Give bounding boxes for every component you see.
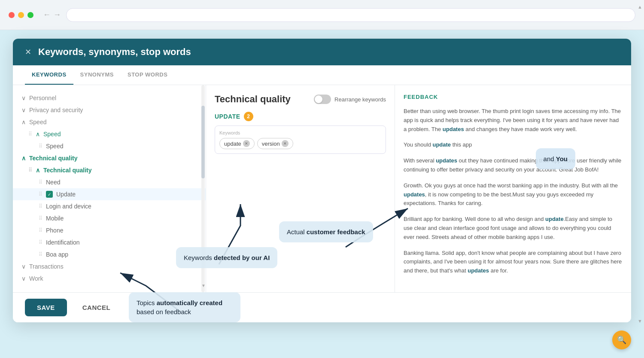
highlight-update-2: update bbox=[432, 141, 451, 148]
toggle-group: Rearrange keywords bbox=[314, 95, 386, 104]
caret-down-icon: ∨ bbox=[21, 275, 26, 282]
technical-cat-label: Technical quality bbox=[29, 155, 78, 162]
drag-handle-icon: ⠿ bbox=[39, 215, 43, 221]
feedback-entry-6: Banking llama. Solid app, don't know wha… bbox=[404, 249, 623, 275]
cancel-button[interactable]: CANCEL bbox=[74, 299, 119, 316]
drag-handle-icon: ⠿ bbox=[39, 203, 43, 209]
keyword-count-badge: 2 bbox=[244, 112, 253, 121]
tree-item-mobile[interactable]: ⠿ Mobile bbox=[13, 212, 206, 224]
tree-item-need[interactable]: ⠿ Need bbox=[13, 176, 206, 188]
keyword-group-name: UPDATE bbox=[215, 113, 240, 120]
highlight-updates-3: updates bbox=[436, 157, 457, 164]
feedback-entry-3: With several updates out they have conti… bbox=[404, 156, 623, 174]
rearrange-toggle[interactable] bbox=[314, 95, 331, 104]
tree-item-identification[interactable]: ⠿ Identification bbox=[13, 236, 206, 248]
right-panel: Technical quality Rearrange keywords UPD… bbox=[206, 85, 631, 292]
tree-item-transactions[interactable]: ∨ Transactions bbox=[13, 260, 206, 272]
drag-handle-icon: ⠿ bbox=[28, 167, 32, 173]
close-icon[interactable]: ✕ bbox=[25, 47, 31, 57]
feedback-title: FEEDBACK bbox=[404, 94, 623, 100]
keywords-box: Keywords update ✕ version ✕ bbox=[215, 125, 386, 154]
search-fab[interactable]: 🔍 bbox=[612, 330, 631, 349]
boaapp-label: Boa app bbox=[46, 251, 68, 258]
tab-synonyms[interactable]: SYNONYMS bbox=[73, 65, 121, 85]
drag-handle-icon: ⠿ bbox=[39, 143, 43, 149]
tag-text-version: version bbox=[262, 141, 280, 147]
speed-leaf-label: Speed bbox=[46, 143, 63, 150]
dialog-header: ✕ Keywords, synonyms, stop words bbox=[13, 39, 631, 65]
speed-cat-label: Speed bbox=[29, 119, 46, 125]
caret-down-icon: ∨ bbox=[21, 95, 26, 101]
dialog: ✕ Keywords, synonyms, stop words KEYWORD… bbox=[13, 39, 631, 322]
highlight-updates-4: updates bbox=[404, 191, 425, 198]
nav-arrows: ← → bbox=[43, 10, 61, 19]
tree-item-boaapp[interactable]: ⠿ Boa app bbox=[13, 248, 206, 260]
personnel-label: Personnel bbox=[29, 95, 56, 101]
back-arrow[interactable]: ← bbox=[43, 10, 51, 19]
tree-item-update[interactable]: ⠿ Update bbox=[13, 188, 206, 200]
drag-handle-icon: ⠿ bbox=[39, 227, 43, 233]
tag-text-update: update bbox=[224, 141, 241, 147]
keyword-tags: update ✕ version ✕ bbox=[219, 138, 381, 149]
feedback-entry-4: Growth. Ok you guys at once had the wors… bbox=[404, 181, 623, 208]
tab-keywords[interactable]: KEYWORDS bbox=[25, 65, 73, 85]
toggle-label: Rearrange keywords bbox=[334, 96, 386, 103]
update-label: Update bbox=[56, 191, 76, 198]
tag-remove-update[interactable]: ✕ bbox=[243, 140, 250, 147]
keyword-tag-update: update ✕ bbox=[219, 138, 255, 149]
tree-item-speed-leaf[interactable]: ⠿ Speed bbox=[13, 140, 206, 152]
tree-item-technical-cat[interactable]: ∧ Technical quality bbox=[13, 152, 206, 164]
maximize-button[interactable] bbox=[27, 12, 33, 18]
scrollbar-thumb[interactable] bbox=[201, 106, 205, 178]
keyword-group-update: UPDATE 2 Keywords update ✕ bbox=[215, 112, 386, 154]
tree-item-work[interactable]: ∨ Work bbox=[13, 272, 206, 285]
keywords-box-label: Keywords bbox=[219, 130, 381, 135]
caret-up-icon: ∧ bbox=[36, 131, 40, 138]
traffic-lights bbox=[9, 12, 33, 18]
caret-down-icon: ∨ bbox=[21, 107, 26, 113]
tab-stop-words[interactable]: STOP WORDS bbox=[121, 65, 174, 85]
privacy-label: Privacy and security bbox=[29, 107, 83, 113]
drag-handle-icon: ⠿ bbox=[39, 179, 43, 185]
tree-item-technical-sub[interactable]: ⠿ ∧ Technical quality bbox=[13, 164, 206, 176]
tree-item-personnel[interactable]: ∨ Personnel bbox=[13, 92, 206, 104]
feedback-panel: FEEDBACK Better than using web browser. … bbox=[395, 85, 631, 292]
minimize-button[interactable] bbox=[18, 12, 24, 18]
forward-arrow[interactable]: → bbox=[53, 10, 61, 19]
scroll-down-arrow[interactable]: ▼ bbox=[201, 283, 205, 288]
caret-up-icon: ∧ bbox=[36, 167, 40, 174]
identification-label: Identification bbox=[46, 239, 80, 246]
dialog-body: ∨ Personnel ∨ Privacy and security ∧ Spe… bbox=[13, 85, 631, 292]
left-panel: ∨ Personnel ∨ Privacy and security ∧ Spe… bbox=[13, 85, 206, 292]
tree-item-login[interactable]: ⠿ Login and device bbox=[13, 200, 206, 212]
highlight-updates-1: updates bbox=[443, 126, 464, 132]
highlight-updates-6: updates bbox=[468, 267, 489, 274]
address-bar[interactable] bbox=[66, 8, 635, 22]
scrollbar-track: ▼ bbox=[201, 85, 205, 292]
phone-label: Phone bbox=[46, 227, 63, 234]
keyword-tag-version: version ✕ bbox=[257, 138, 293, 149]
browser-chrome: ← → bbox=[0, 0, 644, 30]
tree-item-speed-cat[interactable]: ∧ Speed bbox=[13, 116, 206, 128]
tree-item-speed-sub[interactable]: ⠿ ∧ Speed bbox=[13, 128, 206, 140]
technical-sub-label: Technical quality bbox=[43, 167, 92, 174]
save-button[interactable]: SAVE bbox=[25, 299, 67, 316]
drag-handle-icon: ⠿ bbox=[28, 131, 32, 137]
tag-remove-version[interactable]: ✕ bbox=[282, 140, 289, 147]
update-checkbox[interactable] bbox=[46, 191, 53, 198]
panel-title: Technical quality bbox=[215, 94, 291, 105]
caret-up-icon: ∧ bbox=[21, 119, 26, 125]
speed-sub-label: Speed bbox=[43, 131, 61, 138]
tree-item-privacy[interactable]: ∨ Privacy and security bbox=[13, 104, 206, 116]
keyword-panel: Technical quality Rearrange keywords UPD… bbox=[206, 85, 395, 292]
search-icon: 🔍 bbox=[617, 335, 626, 345]
drag-handle-icon: ⠿ bbox=[39, 251, 43, 257]
caret-down-icon: ∨ bbox=[21, 263, 26, 270]
close-button[interactable] bbox=[9, 12, 15, 18]
main-area: ✕ Keywords, synonyms, stop words KEYWORD… bbox=[0, 30, 644, 358]
keyword-group-header: UPDATE 2 bbox=[215, 112, 386, 121]
tree-item-phone[interactable]: ⠿ Phone bbox=[13, 224, 206, 236]
dialog-title: Keywords, synonyms, stop words bbox=[38, 46, 191, 58]
highlight-update-5: update bbox=[545, 216, 564, 222]
feedback-entry-5: Brilliant app for banking. Well done to … bbox=[404, 215, 623, 242]
